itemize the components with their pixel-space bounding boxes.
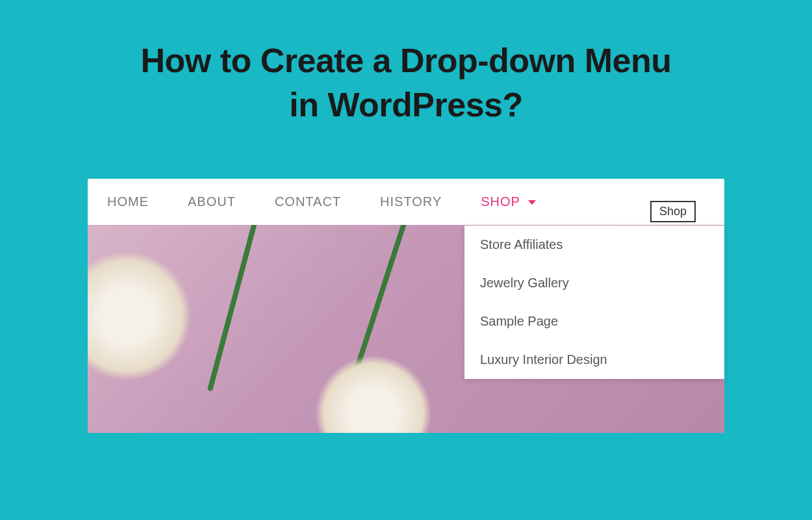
demo-screenshot: HOME ABOUT CONTACT HISTORY SHOP Shop Sto… bbox=[88, 179, 724, 433]
dropdown-item-store-affiliates[interactable]: Store Affiliates bbox=[464, 226, 724, 264]
decorative-stem bbox=[344, 225, 409, 403]
nav-home[interactable]: HOME bbox=[107, 194, 149, 209]
title-line-1: How to Create a Drop-down Menu bbox=[141, 42, 672, 79]
nav-history[interactable]: HISTORY bbox=[380, 194, 442, 209]
shop-dropdown: Shop Store Affiliates Jewelry Gallery Sa… bbox=[464, 226, 724, 379]
title-line-2: in WordPress? bbox=[289, 86, 523, 124]
page-title: How to Create a Drop-down Menu in WordPr… bbox=[0, 0, 812, 127]
decorative-stem bbox=[207, 225, 259, 391]
dropdown-item-luxury-interior[interactable]: Luxury Interior Design bbox=[464, 341, 724, 379]
dropdown-tooltip: Shop bbox=[650, 201, 696, 222]
nav-shop[interactable]: SHOP bbox=[481, 194, 536, 209]
chevron-down-icon bbox=[528, 200, 536, 205]
navbar: HOME ABOUT CONTACT HISTORY SHOP bbox=[88, 179, 724, 225]
dropdown-item-jewelry-gallery[interactable]: Jewelry Gallery bbox=[464, 264, 724, 302]
nav-shop-label: SHOP bbox=[481, 194, 520, 209]
nav-about[interactable]: ABOUT bbox=[188, 194, 236, 209]
dropdown-item-sample-page[interactable]: Sample Page bbox=[464, 302, 724, 341]
nav-contact[interactable]: CONTACT bbox=[275, 194, 341, 209]
